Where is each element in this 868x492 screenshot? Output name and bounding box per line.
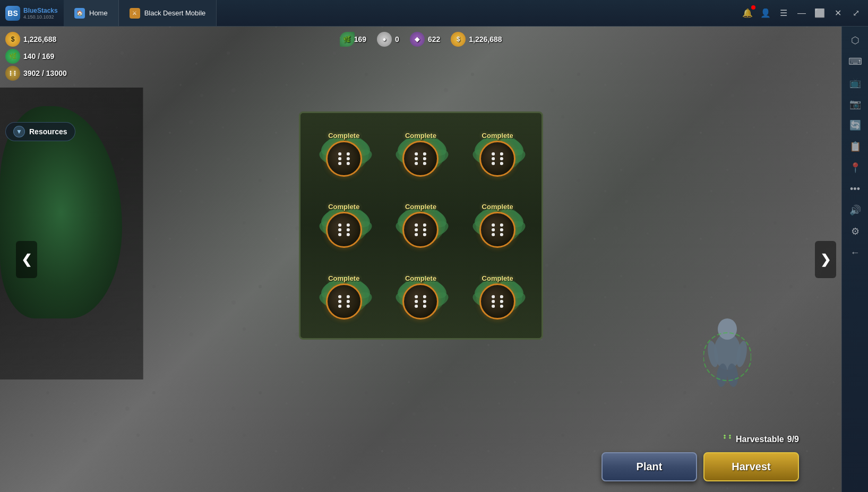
farm-cell-1-2-circle xyxy=(479,212,515,248)
sidebar-clipboard-button[interactable]: 📋 xyxy=(846,137,865,156)
resources-button[interactable]: ▼ Resources xyxy=(5,122,75,141)
sidebar-video-button[interactable]: 📺 xyxy=(846,73,865,92)
farm-cell-0-0[interactable]: Complete xyxy=(306,118,383,190)
farm-cell-2-2-label: Complete xyxy=(482,274,513,282)
resource-icon: 🌿 xyxy=(5,49,20,64)
resources-chevron-icon: ▼ xyxy=(13,126,25,137)
sidebar-back-button[interactable]: ← xyxy=(846,243,865,262)
notification-button[interactable]: 🔔 xyxy=(740,5,755,21)
farm-cell-2-1-label: Complete xyxy=(405,274,436,282)
topbar-actions: 🔔 👤 ☰ — ⬜ ✕ ⤢ xyxy=(735,5,868,21)
purple-center-value: 622 xyxy=(428,35,440,44)
minimize-button[interactable]: — xyxy=(794,5,810,21)
fullscreen-button[interactable]: ⤢ xyxy=(848,5,864,21)
farm-cell-2-0-circle xyxy=(326,283,362,320)
gold-value: 1,226,688 xyxy=(23,35,56,44)
player-character xyxy=(703,309,751,389)
farm-cell-2-2-circle xyxy=(479,283,515,320)
harvest-button[interactable]: Harvest xyxy=(703,452,799,481)
resource-stat-row: 🌿 140 / 169 xyxy=(5,49,67,64)
plant-button[interactable]: Plant xyxy=(601,452,697,481)
farm-cell-1-2-label: Complete xyxy=(482,203,513,211)
bluestacks-logo: BS BlueStacks 4.150.10.1032 xyxy=(0,6,64,21)
logo-icon: BS xyxy=(5,6,20,21)
top-center-stats: 🌿 140/169 ● 0 ◆ 622 $ 1,226,688 xyxy=(339,32,502,47)
wheat-stat-row: 3902 / 13000 xyxy=(5,66,67,81)
bluestacks-right-sidebar: ⬡ ⌨ 📺 📷 🔄 📋 📍 ••• 🔊 ⚙ ← xyxy=(841,27,868,492)
farm-cell-0-0-label: Complete xyxy=(328,132,359,140)
harvestable-wheat-icon xyxy=(722,433,733,446)
sidebar-more-button[interactable]: ••• xyxy=(846,179,865,198)
farm-cell-0-2-circle xyxy=(479,141,515,177)
farm-cell-2-0[interactable]: Complete xyxy=(306,261,383,333)
farm-cell-1-0-label: Complete xyxy=(328,203,359,211)
gold-icon: $ xyxy=(5,32,20,47)
tab-bdm-label: Black Desert Mobile xyxy=(144,9,206,17)
harvestable-text: Harvestable xyxy=(736,435,784,444)
moon-center-icon: ● xyxy=(377,32,392,47)
game-stats-panel: $ 1,226,688 🌿 140 / 169 3902 / 13000 xyxy=(5,32,67,81)
leaf-center-stat: 🌿 140/169 xyxy=(339,35,366,44)
resource-value: 140 / 169 xyxy=(23,52,54,61)
account-button[interactable]: 👤 xyxy=(758,5,774,21)
sidebar-camera-button[interactable]: 📷 xyxy=(846,94,865,114)
right-arrow-icon: ❯ xyxy=(820,252,831,267)
farm-cell-0-1[interactable]: Complete xyxy=(382,118,459,190)
farm-cell-1-1-label: Complete xyxy=(405,203,436,211)
logo-version: 4.150.10.1032 xyxy=(23,14,58,20)
purple-center-icon: ◆ xyxy=(410,32,425,47)
logo-name: BlueStacks xyxy=(23,7,58,14)
farm-cell-2-1[interactable]: Complete xyxy=(382,261,459,333)
farm-cell-1-1[interactable]: Complete xyxy=(382,190,459,262)
home-tab-icon: 🏠 xyxy=(74,8,85,19)
farm-cell-2-0-label: Complete xyxy=(328,274,359,282)
game-ui: $ 1,226,688 🌿 140 / 169 3902 / 13000 🌿 1… xyxy=(0,27,841,492)
harvestable-count: 9/9 xyxy=(787,435,799,444)
gold-stat-row: $ 1,226,688 xyxy=(5,32,67,47)
farm-cell-1-2[interactable]: Complete xyxy=(459,190,536,262)
bluestacks-topbar: BS BlueStacks 4.150.10.1032 🏠 Home ⚔ Bla… xyxy=(0,0,868,27)
menu-button[interactable]: ☰ xyxy=(776,5,792,21)
farm-cell-1-0[interactable]: Complete xyxy=(306,190,383,262)
moon-center-value: 0 xyxy=(395,35,399,44)
bottom-ui-panel: Harvestable 9/9 Plant Harvest xyxy=(601,433,799,481)
leaf-center-icon: 🌿 xyxy=(339,32,354,47)
nav-arrow-left[interactable]: ❮ xyxy=(16,241,37,278)
action-buttons-row: Plant Harvest xyxy=(601,452,799,481)
farm-cell-2-1-circle xyxy=(402,283,439,320)
tab-black-desert[interactable]: ⚔ Black Desert Mobile xyxy=(119,0,217,26)
wheat-icon xyxy=(5,66,20,81)
sidebar-volume-button[interactable]: 🔊 xyxy=(846,201,865,220)
gold-center-value: 1,226,688 xyxy=(469,35,502,44)
tab-home-label: Home xyxy=(89,9,108,17)
wheat-value: 3902 / 13000 xyxy=(23,69,67,77)
resources-label: Resources xyxy=(29,127,67,136)
gold-center-icon: $ xyxy=(451,32,466,47)
purple-center-stat: ◆ 622 xyxy=(410,32,440,47)
farm-cell-0-0-circle xyxy=(326,141,362,177)
logo-text: BlueStacks 4.150.10.1032 xyxy=(23,7,58,20)
left-arrow-icon: ❮ xyxy=(21,252,32,267)
harvestable-info: Harvestable 9/9 xyxy=(722,433,799,446)
bdm-tab-icon: ⚔ xyxy=(130,8,140,19)
farm-cell-0-1-circle xyxy=(402,141,439,177)
close-button[interactable]: ✕ xyxy=(830,5,846,21)
farm-cell-0-2-label: Complete xyxy=(482,132,513,140)
farm-cell-0-1-label: Complete xyxy=(405,132,436,140)
farm-grid: Complete Complete xyxy=(299,111,543,340)
farm-cell-1-0-circle xyxy=(326,212,362,248)
sidebar-settings-button[interactable]: ⚙ xyxy=(846,222,865,241)
farm-cell-0-2[interactable]: Complete xyxy=(459,118,536,190)
sidebar-keyboard-button[interactable]: ⌨ xyxy=(846,52,865,71)
tab-home[interactable]: 🏠 Home xyxy=(64,0,119,26)
sidebar-rotate-button[interactable]: 🔄 xyxy=(846,116,865,135)
farm-cell-1-1-circle xyxy=(402,212,439,248)
nav-arrow-right[interactable]: ❯ xyxy=(815,241,836,278)
sidebar-location-button[interactable]: 📍 xyxy=(846,158,865,177)
notification-dot xyxy=(751,5,755,10)
farm-cell-2-2[interactable]: Complete xyxy=(459,261,536,333)
svg-point-55 xyxy=(718,318,737,340)
restore-button[interactable]: ⬜ xyxy=(812,5,828,21)
gold-center-stat: $ 1,226,688 xyxy=(451,32,502,47)
sidebar-exit-button[interactable]: ⬡ xyxy=(846,31,865,50)
